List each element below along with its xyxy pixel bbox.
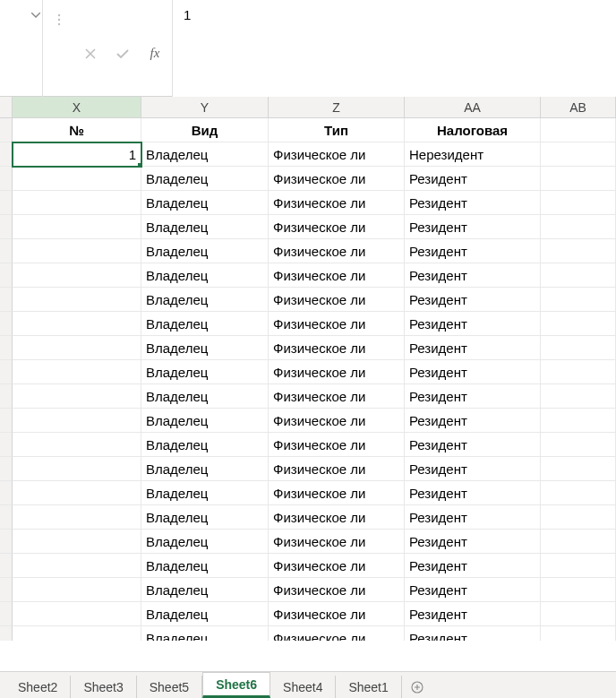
row-header[interactable] bbox=[0, 481, 13, 505]
cell[interactable]: 1 bbox=[13, 142, 141, 167]
cell[interactable]: Владелец bbox=[141, 263, 269, 288]
cell[interactable]: Физическое ли bbox=[269, 215, 405, 239]
cell[interactable] bbox=[541, 409, 616, 433]
cell[interactable] bbox=[541, 288, 616, 312]
cell[interactable]: Физическое ли bbox=[269, 530, 405, 554]
cell[interactable]: Владелец bbox=[141, 602, 269, 626]
cell[interactable]: Физическое ли bbox=[269, 384, 405, 409]
row-header[interactable] bbox=[0, 384, 13, 409]
cell[interactable] bbox=[13, 288, 141, 312]
cell[interactable] bbox=[541, 530, 616, 554]
sheet-tab[interactable]: Sheet6 bbox=[202, 672, 270, 698]
cell[interactable] bbox=[13, 505, 141, 530]
cell[interactable] bbox=[13, 626, 141, 641]
cell[interactable]: Владелец bbox=[141, 530, 269, 554]
cell[interactable]: Резидент bbox=[405, 191, 541, 215]
cell[interactable]: Владелец bbox=[141, 626, 269, 641]
column-header-AB[interactable]: AB bbox=[541, 97, 616, 117]
cell[interactable]: Резидент bbox=[405, 530, 541, 554]
row-header[interactable] bbox=[0, 167, 13, 191]
cell[interactable]: Физическое ли bbox=[269, 263, 405, 288]
cell[interactable] bbox=[541, 457, 616, 481]
cell[interactable]: Владелец bbox=[141, 239, 269, 263]
select-all-corner[interactable] bbox=[0, 97, 13, 117]
cell[interactable]: Резидент bbox=[405, 433, 541, 457]
name-box-dropdown-icon[interactable] bbox=[30, 9, 42, 22]
cell[interactable]: Владелец bbox=[141, 288, 269, 312]
cell[interactable] bbox=[13, 312, 141, 336]
cell[interactable]: Владелец bbox=[141, 505, 269, 530]
cell[interactable]: Владелец bbox=[141, 554, 269, 578]
cell[interactable]: Физическое ли bbox=[269, 626, 405, 641]
row-header[interactable] bbox=[0, 263, 13, 288]
sheet-tab[interactable]: Sheet4 bbox=[270, 676, 336, 698]
cell[interactable]: Физическое ли bbox=[269, 505, 405, 530]
cell[interactable]: Резидент bbox=[405, 602, 541, 626]
cell[interactable]: Резидент bbox=[405, 239, 541, 263]
column-header-AA[interactable]: AA bbox=[405, 97, 541, 117]
cell[interactable]: Физическое ли bbox=[269, 433, 405, 457]
row-header[interactable] bbox=[0, 215, 13, 239]
cell[interactable] bbox=[541, 142, 616, 167]
formula-input[interactable]: 1 bbox=[172, 0, 616, 97]
cell[interactable]: Физическое ли bbox=[269, 336, 405, 360]
row-header[interactable] bbox=[0, 602, 13, 626]
cell[interactable] bbox=[13, 263, 141, 288]
cell[interactable] bbox=[13, 360, 141, 384]
row-header[interactable] bbox=[0, 409, 13, 433]
cell[interactable]: Физическое ли bbox=[269, 288, 405, 312]
cell[interactable] bbox=[541, 191, 616, 215]
cell[interactable]: Владелец bbox=[141, 578, 269, 602]
cell[interactable]: Резидент bbox=[405, 626, 541, 641]
cell[interactable]: Физическое ли bbox=[269, 578, 405, 602]
row-header[interactable] bbox=[0, 239, 13, 263]
new-sheet-button[interactable] bbox=[402, 676, 432, 698]
cell[interactable] bbox=[541, 602, 616, 626]
cell[interactable]: Резидент bbox=[405, 288, 541, 312]
cell[interactable] bbox=[541, 554, 616, 578]
cell[interactable] bbox=[541, 384, 616, 409]
cell[interactable] bbox=[541, 433, 616, 457]
row-header[interactable] bbox=[0, 191, 13, 215]
cell[interactable]: Резидент bbox=[405, 554, 541, 578]
row-header[interactable] bbox=[0, 288, 13, 312]
cell[interactable] bbox=[13, 409, 141, 433]
cell[interactable]: Резидент bbox=[405, 215, 541, 239]
cell[interactable]: Физическое ли bbox=[269, 481, 405, 505]
cell[interactable] bbox=[541, 481, 616, 505]
cell[interactable]: Владелец bbox=[141, 384, 269, 409]
cell[interactable]: Владелец bbox=[141, 312, 269, 336]
cell[interactable]: Владелец bbox=[141, 167, 269, 191]
cell[interactable] bbox=[13, 239, 141, 263]
cell[interactable]: Физическое ли bbox=[269, 602, 405, 626]
cell[interactable]: Владелец bbox=[141, 215, 269, 239]
row-header[interactable] bbox=[0, 118, 13, 142]
cell[interactable] bbox=[13, 481, 141, 505]
cell[interactable]: Резидент bbox=[405, 505, 541, 530]
cancel-icon[interactable] bbox=[82, 46, 98, 62]
cell[interactable] bbox=[13, 215, 141, 239]
cell[interactable] bbox=[13, 602, 141, 626]
enter-icon[interactable] bbox=[115, 46, 131, 62]
cell[interactable]: Владелец bbox=[141, 481, 269, 505]
row-header[interactable] bbox=[0, 626, 13, 641]
row-header[interactable] bbox=[0, 360, 13, 384]
cell[interactable]: Резидент bbox=[405, 409, 541, 433]
column-header-X[interactable]: X bbox=[13, 97, 141, 117]
sheet-tab[interactable]: Sheet2 bbox=[5, 676, 71, 698]
cell[interactable] bbox=[13, 336, 141, 360]
row-header[interactable] bbox=[0, 457, 13, 481]
cell[interactable]: Резидент bbox=[405, 457, 541, 481]
cell[interactable] bbox=[541, 239, 616, 263]
row-header[interactable] bbox=[0, 312, 13, 336]
sheet-tab[interactable]: Sheet1 bbox=[336, 676, 401, 698]
cell[interactable] bbox=[541, 215, 616, 239]
cell[interactable] bbox=[541, 336, 616, 360]
cell[interactable]: Резидент bbox=[405, 312, 541, 336]
cell[interactable]: Резидент bbox=[405, 360, 541, 384]
cell[interactable]: Физическое ли bbox=[269, 554, 405, 578]
row-header[interactable] bbox=[0, 336, 13, 360]
cell[interactable]: Физическое ли bbox=[269, 142, 405, 167]
cell[interactable]: Владелец bbox=[141, 457, 269, 481]
cell[interactable] bbox=[13, 457, 141, 481]
